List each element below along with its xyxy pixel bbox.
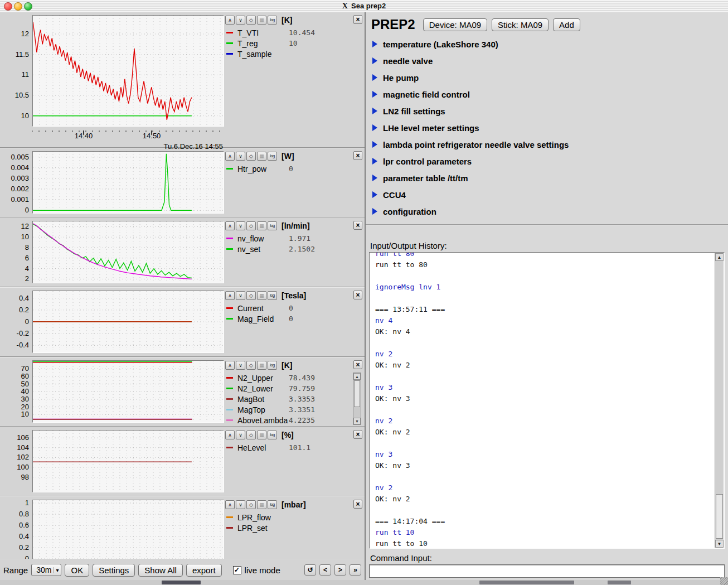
log-scale-button[interactable]: log <box>268 221 277 230</box>
scale-up-button[interactable]: ∧ <box>225 361 235 370</box>
close-chart-button[interactable]: × <box>353 221 362 230</box>
scroll-down-icon[interactable]: ▼ <box>715 540 724 548</box>
expand-arrow-icon[interactable] <box>372 91 377 98</box>
scroll-up-icon[interactable]: ▲ <box>353 373 361 380</box>
section-row-6[interactable]: lambda point refrigerator needle valve s… <box>372 136 728 153</box>
legend-entry[interactable]: N2_Lower79.759 <box>226 383 351 394</box>
zoom-mode-button[interactable]: ▦ <box>257 361 266 370</box>
settings-button[interactable]: Settings <box>93 564 135 577</box>
expand-arrow-icon[interactable] <box>372 124 377 131</box>
ok-button[interactable]: OK <box>65 564 89 577</box>
scale-up-button[interactable]: ∧ <box>225 500 235 509</box>
scrollbar-thumb[interactable] <box>354 380 360 407</box>
legend-entry[interactable]: LPR_flow <box>226 512 351 523</box>
zoom-mode-button[interactable]: ▦ <box>257 431 266 439</box>
scale-up-button[interactable]: ∧ <box>225 16 235 25</box>
stick-button[interactable]: Stick: MA09 <box>492 18 549 31</box>
section-row-0[interactable]: temperature (LakeShore 340) <box>372 36 728 52</box>
resize-grip[interactable] <box>720 577 728 585</box>
legend-entry[interactable]: nv_flow1.971 <box>226 233 351 244</box>
expand-arrow-icon[interactable] <box>372 41 377 47</box>
scale-up-button[interactable]: ∧ <box>225 431 235 439</box>
window-titlebar[interactable]: XSea prep2 <box>0 0 728 13</box>
section-row-3[interactable]: magnetic field control <box>372 86 728 103</box>
section-row-7[interactable]: lpr control parameters <box>372 153 728 170</box>
chart-plot[interactable] <box>32 360 224 423</box>
range-select[interactable]: 30m ▾ <box>31 564 61 576</box>
expand-arrow-icon[interactable] <box>372 191 377 198</box>
go-to-end-button[interactable]: » <box>350 564 361 576</box>
chart-plot[interactable] <box>32 430 224 492</box>
scale-down-button[interactable]: ∨ <box>236 291 245 300</box>
legend-entry[interactable]: nv_set2.1502 <box>226 244 351 254</box>
close-chart-button[interactable]: × <box>353 291 362 299</box>
scale-down-button[interactable]: ∨ <box>236 221 245 230</box>
scale-down-button[interactable]: ∨ <box>236 500 245 509</box>
zoom-mode-button[interactable]: ▦ <box>257 500 266 509</box>
section-row-4[interactable]: LN2 fill settings <box>372 103 728 119</box>
scale-up-button[interactable]: ∧ <box>225 152 235 161</box>
legend-entry[interactable]: T_sample <box>226 49 351 59</box>
close-chart-button[interactable]: × <box>353 430 362 439</box>
legend-entry[interactable]: T_reg10 <box>226 38 351 49</box>
autoscale-button[interactable]: ◇ <box>246 221 256 230</box>
chart-plot[interactable] <box>32 221 224 283</box>
section-row-5[interactable]: LHe level meter settings <box>372 119 728 136</box>
legend-entry[interactable]: MagTop3.3351 <box>226 404 351 415</box>
pan-left-button[interactable]: < <box>319 564 331 576</box>
close-chart-button[interactable]: × <box>353 151 362 160</box>
command-input[interactable] <box>369 564 725 578</box>
scrollbar-thumb[interactable] <box>716 494 723 539</box>
scale-down-button[interactable]: ∨ <box>236 152 245 161</box>
scale-up-button[interactable]: ∧ <box>225 291 235 300</box>
log-scale-button[interactable]: log <box>268 16 277 25</box>
legend-entry[interactable]: N2_Upper78.439 <box>226 373 351 383</box>
autoscale-button[interactable]: ◇ <box>246 500 256 509</box>
export-button[interactable]: export <box>186 564 222 577</box>
legend-entry[interactable]: T_VTI10.454 <box>226 27 351 38</box>
expand-arrow-icon[interactable] <box>372 57 377 64</box>
expand-arrow-icon[interactable] <box>372 74 377 81</box>
expand-arrow-icon[interactable] <box>372 141 377 148</box>
show-all-button[interactable]: Show All <box>138 564 183 577</box>
section-row-1[interactable]: needle valve <box>372 52 728 69</box>
close-chart-button[interactable]: × <box>353 15 362 24</box>
legend-entry[interactable]: Current0 <box>226 303 351 313</box>
legend-entry[interactable]: MagBot3.3353 <box>226 394 351 404</box>
scale-down-button[interactable]: ∨ <box>236 431 245 439</box>
log-scale-button[interactable]: log <box>268 431 277 439</box>
section-row-10[interactable]: configuration <box>372 203 728 220</box>
chart-plot[interactable] <box>32 500 224 562</box>
expand-arrow-icon[interactable] <box>372 175 377 181</box>
section-row-2[interactable]: He pump <box>372 69 728 86</box>
chart-plot[interactable] <box>32 291 224 353</box>
live-mode-checkbox[interactable]: ✓ <box>233 566 241 574</box>
log-scale-button[interactable]: log <box>268 500 277 509</box>
zoom-mode-button[interactable]: ▦ <box>257 221 266 230</box>
scale-down-button[interactable]: ∨ <box>236 361 245 370</box>
autoscale-button[interactable]: ◇ <box>246 291 256 300</box>
zoom-mode-button[interactable]: ▦ <box>257 152 266 161</box>
add-button[interactable]: Add <box>553 18 580 31</box>
log-scale-button[interactable]: log <box>268 361 277 370</box>
pan-right-button[interactable]: > <box>334 564 346 576</box>
scroll-down-icon[interactable]: ▼ <box>353 418 361 424</box>
expand-arrow-icon[interactable] <box>372 208 377 215</box>
legend-entry[interactable]: Mag_Field0 <box>226 313 351 324</box>
device-button[interactable]: Device: MA09 <box>423 18 487 31</box>
legend-entry[interactable]: LPR_set <box>226 523 351 533</box>
chart-plot[interactable] <box>32 151 224 214</box>
chart-plot[interactable] <box>32 15 224 127</box>
close-chart-button[interactable]: × <box>353 500 362 509</box>
expand-arrow-icon[interactable] <box>372 158 377 165</box>
legend-scrollbar[interactable]: ▲▼ <box>353 373 361 425</box>
log-scale-button[interactable]: log <box>268 152 277 161</box>
expand-arrow-icon[interactable] <box>372 108 377 114</box>
autoscale-button[interactable]: ◇ <box>246 361 256 370</box>
section-row-8[interactable]: parameter table /tt/tm <box>372 170 728 186</box>
legend-entry[interactable]: HeLevel101.1 <box>226 442 351 453</box>
zoom-mode-button[interactable]: ▦ <box>257 16 266 25</box>
zoom-mode-button[interactable]: ▦ <box>257 291 266 300</box>
close-chart-button[interactable]: × <box>353 360 362 369</box>
autoscale-button[interactable]: ◇ <box>246 152 256 161</box>
